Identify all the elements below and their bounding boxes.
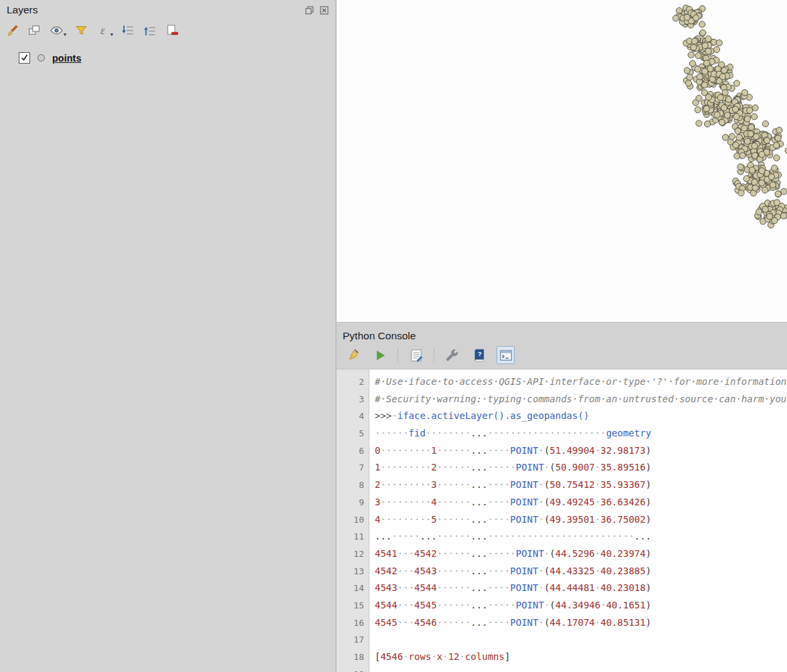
console-output[interactable]: 2#·Use·iface·to·access·QGIS·API·interfac… [337,369,787,672]
console-line: 93·········4······...····POINT·(49.49245… [337,494,787,511]
svg-text:ε: ε [100,25,105,36]
console-line: 164545···4546······...····POINT·(44.1707… [337,614,787,632]
expand-all-icon [121,23,135,37]
console-line: 71·········2······...·····POINT·(50.9007… [337,459,787,477]
console-line: 3#·Security·warning:·typing·commands·fro… [337,391,787,408]
options-button[interactable] [443,346,461,364]
console-line: 5······fid········...···················… [337,425,787,442]
help-button[interactable]: ? [470,346,488,364]
point-layer-symbol-icon [37,54,45,62]
remove-layer-button[interactable] [164,22,181,39]
console-line: 17 [337,631,787,649]
python-console-panel: Python Console [337,323,787,672]
funnel-filter-icon [74,23,88,37]
clear-console-button[interactable] [344,346,362,364]
map-canvas[interactable] [337,0,787,323]
collapse-all-icon [143,23,157,37]
dock-console-button[interactable] [497,346,515,364]
console-line: 144543···4544······...····POINT·(44.4448… [337,580,787,597]
console-line: 2#·Use·iface·to·access·QGIS·API·interfac… [337,373,787,391]
open-layer-styling-button[interactable] [4,22,21,39]
expand-all-button[interactable] [120,22,137,39]
filter-legend-button[interactable] [73,22,90,39]
collapse-all-button[interactable] [142,22,159,39]
layers-toolbar: ▾ ε ▾ [0,17,335,44]
console-line: 11...·····...······...··················… [337,528,787,545]
broom-icon [346,348,361,363]
console-lines: 2#·Use·iface·to·access·QGIS·API·interfac… [337,373,787,672]
console-line: 18[4546·rows·x·12·columns] [337,649,787,666]
chevron-down-icon: ▾ [64,31,66,38]
wrench-icon [445,348,460,363]
map-points [337,0,787,322]
check-icon [21,54,28,62]
right-region: Python Console [337,0,787,672]
layers-panel-title: Layers [7,4,300,16]
console-window-icon [499,348,513,363]
script-editor-icon [409,348,424,363]
expression-epsilon-icon: ε [96,23,110,37]
filter-by-expression-button[interactable]: ε ▾ [95,22,114,39]
remove-layer-icon [165,23,179,37]
help-book-icon: ? [472,348,487,363]
float-window-icon [305,6,314,15]
layer-visibility-checkbox[interactable] [19,52,30,64]
console-line: 60·········1······...····POINT·(51.49904… [337,442,787,460]
layers-panel-header: Layers [0,0,335,17]
console-line: 124541···4542······...·····POINT·(44.529… [337,545,787,563]
qgis-window: Layers [0,0,787,672]
manage-map-themes-button[interactable]: ▾ [48,22,68,39]
console-line: 104·········5······...····POINT·(49.3950… [337,511,787,529]
play-icon [373,348,387,363]
console-line: 134542···4543······...····POINT·(44.4332… [337,563,787,580]
eye-icon [50,23,64,37]
toolbar-separator [398,349,398,362]
float-panel-button[interactable] [304,5,315,16]
svg-text:?: ? [477,350,481,357]
show-editor-button[interactable] [407,346,425,364]
add-group-button[interactable] [26,22,43,39]
layers-panel: Layers [0,0,337,672]
layer-label: points [52,53,82,64]
toolbar-separator [434,349,434,362]
console-line: 154544···4545······...·····POINT·(44.349… [337,597,787,614]
layer-item-points[interactable]: points [19,52,335,64]
console-line: 4>>>·iface.activeLayer().as_geopandas() [337,408,787,425]
console-toolbar: ? [337,342,787,369]
python-console-title: Python Console [337,323,787,342]
close-icon [320,6,329,15]
run-command-button[interactable] [371,346,389,364]
layer-tree: points [0,44,335,672]
console-line: 19>>>· [337,666,787,672]
console-line: 82·········3······...····POINT·(50.75412… [337,477,787,494]
chevron-down-icon: ▾ [110,31,113,38]
add-group-icon [27,23,41,37]
close-panel-button[interactable] [319,5,330,16]
paintbrush-icon [5,23,19,37]
